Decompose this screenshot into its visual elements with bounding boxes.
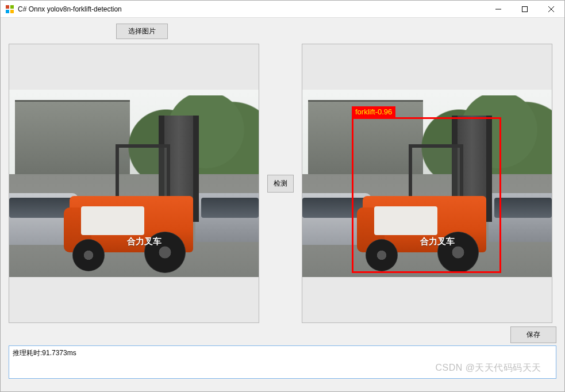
minimize-button[interactable]	[485, 1, 512, 17]
close-button[interactable]	[538, 1, 564, 17]
detection-label: forklift-0.96	[352, 106, 395, 117]
select-image-button[interactable]: 选择图片	[116, 24, 168, 39]
top-button-row: 选择图片	[0, 24, 556, 39]
forklift-brand-text: 合力叉车	[127, 236, 162, 247]
result-image: 合力叉车 forklift-0.96	[302, 90, 552, 277]
result-image-panel: 合力叉车 forklift-0.96	[302, 44, 552, 323]
window-title: C# Onnx yolov8n-forklift-detection	[18, 5, 485, 13]
svg-rect-0	[6, 5, 9, 9]
detect-button[interactable]: 检测	[267, 175, 294, 193]
log-line: 推理耗时:91.7373ms	[13, 348, 552, 358]
client-area: 选择图片	[1, 18, 564, 391]
log-output[interactable]: 推理耗时:91.7373ms	[9, 345, 556, 379]
maximize-button[interactable]	[512, 1, 538, 17]
bottom-button-row: 保存	[9, 326, 556, 343]
app-icon	[5, 5, 14, 14]
detect-column: 检测	[264, 175, 297, 193]
svg-rect-2	[6, 10, 9, 13]
svg-rect-5	[522, 6, 528, 11]
save-button[interactable]: 保存	[510, 326, 556, 343]
svg-rect-3	[10, 10, 14, 13]
source-image: 合力叉车	[9, 90, 259, 277]
window-controls	[485, 1, 564, 17]
minimize-icon	[495, 6, 501, 12]
image-row: 合力叉车 检测	[9, 44, 556, 323]
maximize-icon	[522, 6, 528, 12]
source-image-panel: 合力叉车	[9, 44, 259, 323]
detection-bbox: forklift-0.96	[352, 117, 501, 273]
svg-rect-1	[10, 5, 14, 9]
app-window: C# Onnx yolov8n-forklift-detection 选择图片	[0, 0, 565, 392]
close-icon	[548, 6, 554, 12]
titlebar: C# Onnx yolov8n-forklift-detection	[1, 1, 564, 18]
